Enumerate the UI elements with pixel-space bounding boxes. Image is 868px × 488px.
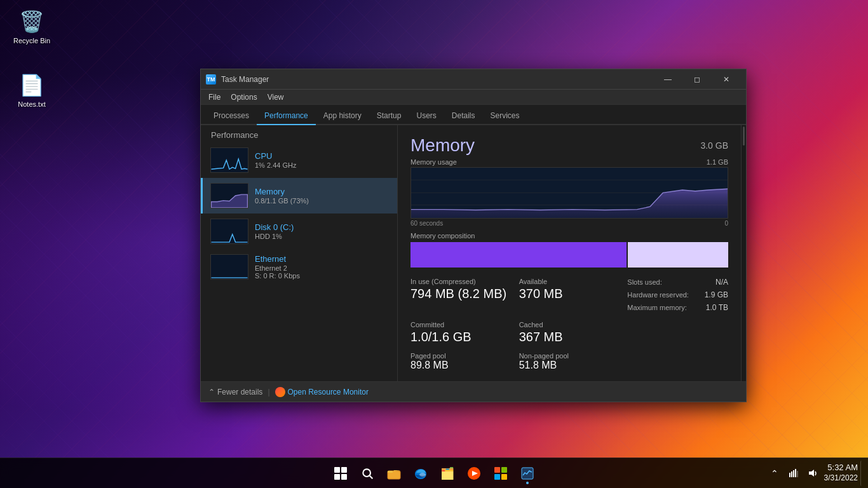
paged-pool-value: 89.8 MB	[410, 360, 512, 371]
stat-cached: Cached 367 MB	[519, 321, 620, 344]
ethernet-name: Ethernet	[255, 254, 390, 264]
svg-marker-0	[212, 194, 248, 208]
scrollbar-area[interactable]	[741, 125, 746, 381]
desktop-icon-notes[interactable]: 📄 Notes.txt	[6, 70, 57, 111]
stat-in-use: In use (Compressed) 794 MB (8.2 MB)	[410, 278, 512, 313]
svg-rect-19	[494, 474, 500, 480]
max-memory-row: Maximum memory: 1.0 TB	[627, 303, 728, 312]
active-indicator	[526, 482, 529, 484]
minimize-button[interactable]: —	[653, 69, 682, 90]
network-icon[interactable]	[785, 464, 803, 482]
tab-processes[interactable]: Processes	[206, 107, 257, 125]
svg-marker-4	[411, 189, 728, 217]
window-title: Task Manager	[221, 75, 653, 84]
svg-rect-20	[501, 474, 507, 480]
bottombar: ⌃ Fewer details | Open Resource Monitor	[201, 381, 746, 402]
svg-point-14	[419, 473, 426, 477]
svg-rect-12	[388, 471, 393, 473]
show-desktop-button[interactable]	[860, 461, 863, 486]
taskbar-app-explorer[interactable]	[381, 461, 407, 486]
svg-rect-26	[797, 471, 798, 477]
tab-details[interactable]: Details	[444, 107, 483, 125]
memory-name: Memory	[255, 187, 390, 196]
speaker-icon[interactable]	[804, 464, 822, 482]
composition-label: Memory composition	[410, 232, 728, 240]
taskbar-center: 🗂️	[328, 461, 540, 486]
system-icons: ⌃	[766, 464, 822, 482]
hw-reserved-row: Hardware reserved: 1.9 GB	[627, 290, 728, 299]
recycle-bin-label: Recycle Bin	[13, 37, 50, 44]
taskbar-app-media[interactable]	[461, 461, 487, 486]
non-paged-pool-value: 51.8 MB	[519, 360, 620, 371]
svg-line-10	[370, 475, 373, 478]
fewer-details-button[interactable]: ⌃ Fewer details	[208, 388, 262, 396]
svg-point-9	[363, 469, 370, 477]
svg-rect-24	[793, 470, 794, 477]
graph-time-left: 60 seconds	[410, 220, 443, 227]
cpu-name: CPU	[255, 151, 390, 161]
menu-file[interactable]: File	[203, 92, 226, 103]
ethernet-detail: Ethernet 2S: 0 R: 0 Kbps	[255, 264, 390, 280]
svg-rect-6	[341, 467, 347, 473]
show-hidden-icons[interactable]: ⌃	[766, 464, 783, 482]
taskbar: 🗂️	[0, 458, 868, 488]
ethernet-mini-graph	[210, 254, 248, 280]
cpu-mini-graph	[210, 147, 248, 173]
memory-detail: 0.8/1.1 GB (73%)	[255, 197, 390, 205]
tabbar: Processes Performance App history Startu…	[201, 105, 746, 125]
disk-name: Disk 0 (C:)	[255, 222, 390, 232]
taskbar-clock[interactable]: 5:32 AM 3/31/2022	[824, 463, 858, 483]
task-manager-window: TM Task Manager — ◻ ✕ File Options View …	[200, 69, 747, 402]
time-display: 5:32 AM	[824, 463, 858, 473]
disk-detail: HDD 1%	[255, 233, 390, 240]
svg-rect-5	[334, 467, 340, 473]
maximize-button[interactable]: ◻	[682, 69, 712, 90]
sidebar-item-memory[interactable]: Memory 0.8/1.1 GB (73%)	[201, 178, 397, 214]
desktop: 🗑️ Recycle Bin 📄 Notes.txt TM Task Manag…	[0, 0, 868, 488]
recycle-bin-icon: 🗑️	[19, 9, 44, 34]
sidebar-item-disk[interactable]: Disk 0 (C:) HDD 1%	[201, 214, 397, 249]
window-controls: — ◻ ✕	[653, 69, 741, 90]
panel-total: 3.0 GB	[700, 140, 728, 151]
start-button[interactable]	[328, 461, 353, 486]
performance-header: Performance	[201, 125, 397, 142]
stats-container: In use (Compressed) 794 MB (8.2 MB) Avai…	[410, 278, 728, 371]
tab-services[interactable]: Services	[483, 107, 527, 125]
tab-performance[interactable]: Performance	[257, 107, 316, 125]
memory-usage-graph	[410, 167, 728, 219]
svg-rect-25	[795, 469, 796, 477]
open-resource-monitor-button[interactable]: Open Resource Monitor	[275, 387, 369, 397]
tab-users[interactable]: Users	[409, 107, 444, 125]
taskbar-app-store[interactable]	[488, 461, 513, 486]
svg-rect-7	[334, 474, 340, 480]
taskbar-app-edge[interactable]	[408, 461, 433, 486]
memory-composition-bar	[410, 242, 728, 268]
usage-graph-label: Memory usage 1.1 GB	[410, 158, 728, 166]
sidebar-item-cpu[interactable]: CPU 1% 2.44 GHz	[201, 142, 397, 178]
taskbar-app-taskmanager[interactable]	[515, 461, 540, 486]
menu-view[interactable]: View	[262, 92, 289, 103]
scrollbar-thumb[interactable]	[743, 126, 745, 146]
taskbar-app-files[interactable]: 🗂️	[435, 461, 460, 486]
taskbar-right: ⌃ 5:32	[766, 461, 863, 486]
stat-committed: Committed 1.0/1.6 GB	[410, 321, 512, 344]
slots-used-row: Slots used: N/A	[627, 278, 728, 287]
disk-info: Disk 0 (C:) HDD 1%	[255, 222, 390, 240]
sidebar-item-ethernet[interactable]: Ethernet Ethernet 2S: 0 R: 0 Kbps	[201, 249, 397, 285]
close-button[interactable]: ✕	[712, 69, 741, 90]
menu-options[interactable]: Options	[226, 92, 262, 103]
svg-rect-8	[341, 474, 347, 480]
disk-mini-graph	[210, 219, 248, 244]
memory-mini-graph	[210, 183, 248, 208]
stat-non-paged-pool: Non-paged pool 51.8 MB	[519, 352, 620, 371]
memory-panel: Memory 3.0 GB Memory usage 1.1 GB	[398, 125, 741, 381]
search-button[interactable]	[355, 461, 380, 486]
stat-empty-2	[627, 352, 728, 371]
notes-label: Notes.txt	[18, 100, 45, 108]
desktop-icon-recycle-bin[interactable]: 🗑️ Recycle Bin	[6, 6, 57, 47]
tab-startup[interactable]: Startup	[369, 107, 409, 125]
tab-app-history[interactable]: App history	[316, 107, 369, 125]
comp-available	[628, 242, 728, 268]
separator: |	[268, 388, 269, 396]
stat-paged-pool: Paged pool 89.8 MB	[410, 352, 512, 371]
